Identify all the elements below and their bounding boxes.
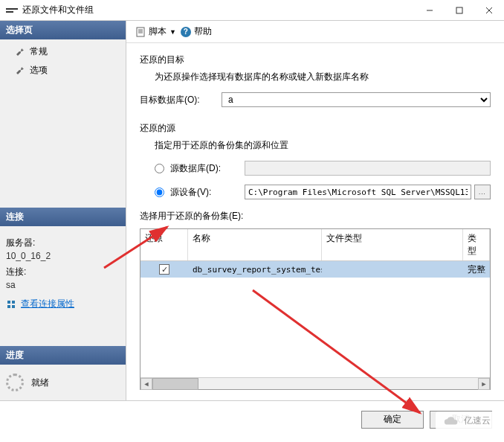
svg-rect-7	[12, 301, 15, 304]
watermark: 亿速云	[436, 411, 498, 430]
device-path-field[interactable]	[245, 185, 471, 199]
source-title: 还原的源	[140, 122, 491, 135]
dialog-footer: 确定 取消	[0, 400, 504, 438]
svg-rect-9	[12, 305, 15, 308]
script-label: 脚本	[149, 25, 167, 38]
restore-checkbox[interactable]: ✓	[159, 264, 169, 275]
cell-name: db_survey_report_system_tes...	[188, 263, 322, 276]
help-label: 帮助	[194, 25, 212, 38]
col-type[interactable]: 类型	[463, 229, 490, 260]
progress-header: 进度	[0, 346, 126, 365]
source-hint: 指定用于还原的备份集的源和位置	[155, 139, 491, 152]
properties-icon	[6, 299, 16, 310]
scroll-thumb[interactable]	[152, 378, 198, 390]
source-device-radio[interactable]	[155, 188, 164, 197]
col-filetype[interactable]: 文件类型	[322, 229, 463, 260]
window-icon	[6, 7, 18, 14]
browse-device-button[interactable]: ...	[474, 185, 491, 199]
progress-spinner-icon	[6, 374, 24, 391]
wrench-icon	[15, 47, 25, 57]
source-db-label: 源数据库(D):	[170, 162, 239, 175]
script-dropdown[interactable]: 脚本 ▼	[135, 25, 176, 38]
sidebar-item-options[interactable]: 选项	[0, 61, 126, 80]
view-connection-properties[interactable]: 查看连接属性	[6, 298, 120, 310]
sidebar-item-label: 常规	[30, 45, 48, 58]
source-db-select-disabled	[245, 161, 491, 176]
titlebar: 还原文件和文件组	[0, 0, 504, 21]
sidebar: 选择页 常规 选项 连接 服务器: 10_0_16_2 连接: sa 查看连接属…	[0, 21, 126, 400]
minimize-button[interactable]	[415, 0, 445, 21]
help-button[interactable]: ? 帮助	[181, 25, 212, 38]
close-button[interactable]	[474, 0, 504, 21]
cloud-icon	[443, 416, 459, 426]
main-panel: 脚本 ▼ ? 帮助 还原的目标 为还原操作选择现有数据库的名称或键入新数据库名称…	[126, 21, 504, 400]
toolbar: 脚本 ▼ ? 帮助	[126, 21, 504, 43]
connection-header: 连接	[0, 208, 126, 226]
destination-title: 还原的目标	[140, 54, 491, 66]
sidebar-item-label: 选项	[30, 64, 48, 77]
svg-rect-1	[6, 11, 13, 13]
svg-rect-10	[137, 28, 144, 36]
svg-rect-6	[7, 301, 10, 304]
server-label: 服务器:	[6, 237, 120, 249]
col-name[interactable]: 名称	[188, 229, 322, 260]
conn-value: sa	[6, 280, 120, 290]
source-database-radio[interactable]	[155, 164, 164, 173]
source-device-label: 源设备(V):	[170, 186, 239, 199]
conn-label: 连接:	[6, 266, 120, 278]
col-restore[interactable]: 还原	[140, 229, 188, 260]
svg-rect-3	[456, 7, 462, 13]
progress-status: 就绪	[31, 377, 49, 389]
server-value: 10_0_16_2	[6, 251, 120, 261]
horizontal-scrollbar[interactable]: ◄ ►	[140, 377, 490, 389]
window-title: 还原文件和文件组	[22, 4, 94, 16]
backup-set-table: 还原 名称 文件类型 类型 ✓ db_survey_report_system_…	[140, 228, 491, 390]
script-icon	[135, 27, 146, 37]
backup-sets-label: 选择用于还原的备份集(E):	[140, 210, 491, 222]
cell-type: 完整	[463, 262, 490, 278]
wrench-icon	[15, 65, 25, 76]
svg-rect-8	[7, 305, 10, 308]
ok-button[interactable]: 确定	[361, 411, 424, 429]
chevron-down-icon: ▼	[169, 28, 176, 36]
window-controls	[415, 0, 504, 21]
sidebar-item-general[interactable]: 常规	[0, 42, 126, 61]
table-row[interactable]: ✓ db_survey_report_system_tes... 完整	[140, 261, 490, 278]
scroll-right-button[interactable]: ►	[478, 378, 490, 390]
maximize-button[interactable]	[445, 0, 474, 21]
destination-hint: 为还原操作选择现有数据库的名称或键入新数据库名称	[155, 71, 491, 83]
svg-rect-0	[6, 8, 18, 10]
target-db-label: 目标数据库(O):	[140, 94, 214, 106]
cell-filetype	[322, 268, 463, 271]
view-props-link[interactable]: 查看连接属性	[21, 298, 74, 310]
help-icon: ?	[181, 27, 191, 37]
select-page-header: 选择页	[0, 21, 126, 39]
target-db-select[interactable]: a	[222, 92, 491, 107]
scroll-left-button[interactable]: ◄	[140, 378, 152, 390]
